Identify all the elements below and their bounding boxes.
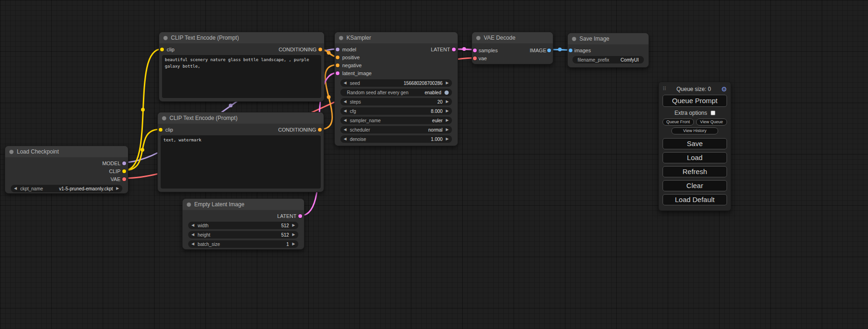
view-history-button[interactable]: View History bbox=[671, 127, 718, 134]
input-slot-vae[interactable] bbox=[473, 56, 477, 60]
node-title-bar[interactable]: Save Image bbox=[568, 33, 649, 44]
collapse-dot[interactable] bbox=[476, 36, 480, 40]
node-title: KSampler bbox=[346, 35, 371, 41]
link-midpoint-dot bbox=[327, 95, 331, 99]
increment-arrow-icon[interactable]: ▶ bbox=[446, 119, 449, 122]
queue-prompt-button[interactable]: Queue Prompt bbox=[663, 95, 727, 107]
node-load-checkpoint[interactable]: Load Checkpoint MODEL CLIP VAE ◀ ckpt_na… bbox=[5, 146, 128, 194]
widget-denoise[interactable]: ◀ denoise 1.000 ▶ bbox=[340, 135, 452, 143]
extra-options-checkbox[interactable] bbox=[711, 111, 715, 115]
increment-arrow-icon[interactable]: ▶ bbox=[446, 128, 449, 132]
output-slot-model[interactable] bbox=[122, 161, 126, 165]
input-slot-images[interactable] bbox=[569, 49, 572, 52]
collapse-dot[interactable] bbox=[162, 116, 166, 120]
decrement-arrow-icon[interactable]: ◀ bbox=[344, 100, 346, 104]
increment-arrow-icon[interactable]: ▶ bbox=[292, 242, 295, 246]
drag-handle-icon[interactable]: ⠿ bbox=[663, 86, 666, 92]
decrement-arrow-icon[interactable]: ◀ bbox=[344, 109, 346, 113]
input-label-negative: negative bbox=[342, 63, 362, 68]
input-slot-model[interactable] bbox=[336, 48, 339, 51]
decrement-arrow-icon[interactable]: ◀ bbox=[344, 128, 346, 132]
output-label-latent: LATENT bbox=[277, 213, 296, 219]
prompt-text-area[interactable]: beautiful scenery nature glass bottle la… bbox=[162, 55, 321, 98]
increment-arrow-icon[interactable]: ▶ bbox=[292, 233, 295, 237]
output-label-conditioning: CONDITIONING bbox=[278, 127, 316, 133]
node-title-bar[interactable]: VAE Decode bbox=[472, 32, 553, 43]
widget-scheduler[interactable]: ◀ scheduler normal ▶ bbox=[340, 126, 452, 133]
input-slot-clip[interactable] bbox=[159, 128, 162, 132]
input-label-positive: positive bbox=[342, 55, 360, 60]
node-graph-canvas[interactable]: Load Checkpoint MODEL CLIP VAE ◀ ckpt_na… bbox=[0, 0, 868, 329]
increment-arrow-icon[interactable]: ▶ bbox=[446, 100, 449, 104]
widget-steps[interactable]: ◀ steps 20 ▶ bbox=[340, 98, 452, 105]
collapse-dot[interactable] bbox=[163, 36, 168, 40]
widget-filename-prefix[interactable]: filename_prefix ComfyUI bbox=[572, 56, 644, 63]
input-slot-samples[interactable] bbox=[473, 49, 477, 52]
increment-arrow-icon[interactable]: ▶ bbox=[446, 81, 449, 85]
input-slot-latent-image[interactable] bbox=[336, 71, 339, 75]
widget-ckpt-name[interactable]: ◀ ckpt_name v1-5-pruned-emaonly.ckpt ▶ bbox=[11, 185, 122, 192]
collapse-dot[interactable] bbox=[9, 150, 14, 154]
node-title-bar[interactable]: Load Checkpoint bbox=[5, 146, 128, 157]
node-title-bar[interactable]: CLIP Text Encode (Prompt) bbox=[159, 32, 324, 43]
output-slot-image[interactable] bbox=[547, 49, 551, 52]
widget-sampler-name[interactable]: ◀ sampler_name euler ▶ bbox=[340, 117, 452, 124]
increment-arrow-icon[interactable]: ▶ bbox=[116, 187, 119, 190]
link-midpoint-dot bbox=[141, 108, 145, 112]
node-ksampler[interactable]: KSampler model LATENT positive negative … bbox=[334, 32, 458, 146]
node-clip-text-encode-negative[interactable]: CLIP Text Encode (Prompt) clip CONDITION… bbox=[157, 112, 324, 192]
decrement-arrow-icon[interactable]: ◀ bbox=[191, 233, 194, 237]
output-slot-latent[interactable] bbox=[298, 214, 302, 218]
link-midpoint-dot bbox=[327, 51, 331, 55]
input-slot-negative[interactable] bbox=[336, 63, 339, 67]
node-empty-latent-image[interactable]: Empty Latent Image LATENT ◀ width 512 ▶ … bbox=[182, 198, 304, 250]
input-slot-clip[interactable] bbox=[160, 48, 164, 51]
output-slot-clip[interactable] bbox=[122, 169, 126, 173]
load-default-button[interactable]: Load Default bbox=[663, 194, 727, 205]
output-slot-latent[interactable] bbox=[452, 48, 456, 51]
widget-width[interactable]: ◀ width 512 ▶ bbox=[188, 222, 298, 229]
widget-random-seed-toggle[interactable]: Random seed after every gen enabled bbox=[340, 89, 452, 96]
decrement-arrow-icon[interactable]: ◀ bbox=[344, 137, 346, 141]
collapse-dot[interactable] bbox=[187, 203, 191, 207]
collapse-dot[interactable] bbox=[572, 37, 576, 41]
widget-value: normal bbox=[428, 127, 443, 133]
decrement-arrow-icon[interactable]: ◀ bbox=[14, 187, 17, 190]
increment-arrow-icon[interactable]: ▶ bbox=[446, 137, 449, 141]
output-slot-conditioning[interactable] bbox=[318, 128, 322, 132]
load-button[interactable]: Load bbox=[663, 152, 727, 163]
refresh-button[interactable]: Refresh bbox=[663, 166, 727, 177]
link-midpoint-dot bbox=[558, 48, 562, 51]
widget-seed[interactable]: ◀ seed 156680208700286 ▶ bbox=[340, 79, 452, 87]
save-button[interactable]: Save bbox=[663, 138, 727, 149]
widget-value: 1 bbox=[286, 242, 289, 247]
view-queue-button[interactable]: View Queue bbox=[696, 119, 727, 126]
widget-value: 8.000 bbox=[431, 109, 443, 114]
increment-arrow-icon[interactable]: ▶ bbox=[292, 224, 295, 227]
node-clip-text-encode-positive[interactable]: CLIP Text Encode (Prompt) clip CONDITION… bbox=[159, 32, 325, 102]
widget-height[interactable]: ◀ height 512 ▶ bbox=[188, 231, 298, 238]
prompt-text-area[interactable]: text, watermark bbox=[161, 135, 321, 189]
decrement-arrow-icon[interactable]: ◀ bbox=[344, 119, 346, 122]
node-save-image[interactable]: Save Image images filename_prefix ComfyU… bbox=[567, 33, 649, 68]
widget-value: 512 bbox=[281, 223, 289, 228]
widget-batch-size[interactable]: ◀ batch_size 1 ▶ bbox=[188, 240, 298, 248]
increment-arrow-icon[interactable]: ▶ bbox=[446, 109, 449, 113]
decrement-arrow-icon[interactable]: ◀ bbox=[344, 81, 346, 85]
gear-icon[interactable]: ⚙ bbox=[721, 86, 727, 92]
output-slot-conditioning[interactable] bbox=[318, 48, 322, 51]
queue-front-button[interactable]: Queue Front bbox=[663, 119, 694, 126]
widget-cfg[interactable]: ◀ cfg 8.000 ▶ bbox=[340, 107, 452, 115]
decrement-arrow-icon[interactable]: ◀ bbox=[191, 224, 194, 227]
collapse-dot[interactable] bbox=[339, 36, 343, 40]
output-slot-vae[interactable] bbox=[122, 177, 126, 181]
node-title-bar[interactable]: Empty Latent Image bbox=[183, 199, 304, 210]
widget-label: scheduler bbox=[350, 127, 425, 133]
node-title-bar[interactable]: CLIP Text Encode (Prompt) bbox=[158, 112, 324, 124]
input-slot-positive[interactable] bbox=[336, 56, 339, 59]
node-vae-decode[interactable]: VAE Decode samples IMAGE vae bbox=[472, 32, 553, 64]
node-title-bar[interactable]: KSampler bbox=[335, 32, 458, 43]
decrement-arrow-icon[interactable]: ◀ bbox=[191, 242, 194, 246]
clear-button[interactable]: Clear bbox=[663, 180, 727, 191]
toggle-knob[interactable] bbox=[445, 91, 449, 95]
